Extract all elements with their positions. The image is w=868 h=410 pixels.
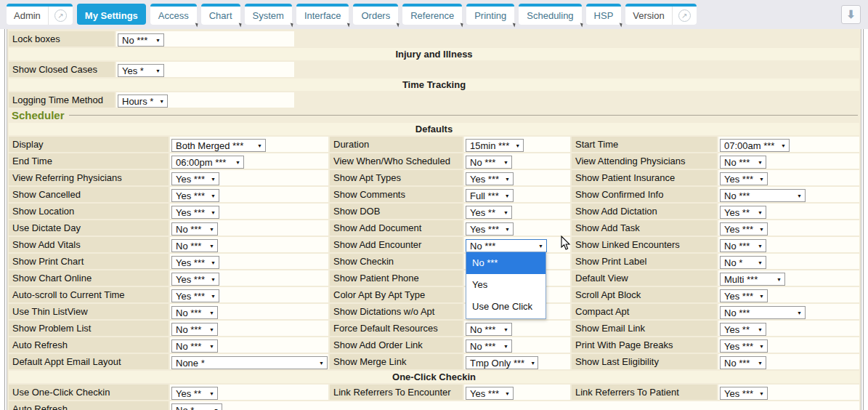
setting-label: Logging Time Method (9, 92, 115, 108)
show-apt-types-select[interactable]: Yes ***▼ (466, 172, 514, 185)
setting-row: Show Chart Online Yes ***▼ Show Patient … (9, 270, 859, 286)
show-comments-select[interactable]: Full ***▼ (466, 189, 514, 202)
select-value: 07:00am *** (724, 138, 774, 153)
show-add-document-select[interactable]: Yes ***▼ (466, 222, 514, 236)
show-email-link-select[interactable]: Yes **▼ (720, 323, 766, 336)
select-value: Yes *** (724, 172, 753, 187)
force-default-resources-select[interactable]: No ***▼ (466, 323, 512, 336)
default-appt-email-select[interactable]: None *▼ (171, 356, 328, 369)
compact-apt-select[interactable]: No ***▼ (720, 306, 806, 319)
setting-label: Show Add Order Link (330, 337, 463, 353)
setting-label: Show Add Task (572, 220, 717, 236)
tab-printing[interactable]: Printing (466, 4, 514, 25)
chevron-down-icon: ▼ (759, 172, 764, 187)
chevron-down-icon: ▼ (503, 339, 508, 354)
chevron-down-icon: ▼ (209, 305, 214, 321)
scroll-apt-block-select[interactable]: Yes ***▼ (720, 289, 768, 302)
select-value: No *** (176, 322, 201, 337)
show-linked-encounters-select[interactable]: No ***▼ (720, 239, 766, 252)
scroll-down-button[interactable]: ⬇ (841, 5, 861, 24)
tab-reference[interactable]: Reference (402, 4, 462, 25)
show-patient-insurance-select[interactable]: Yes ***▼ (720, 172, 768, 185)
tab-access[interactable]: Access (150, 4, 197, 25)
logging-time-method-select[interactable]: Hours *▼ (118, 95, 168, 108)
select-value: No * (176, 403, 194, 410)
chevron-down-icon: ▼ (781, 138, 786, 153)
end-time-select[interactable]: 06:00pm ***▼ (171, 156, 244, 169)
tab-orders[interactable]: Orders (353, 4, 398, 25)
dropdown-option-no[interactable]: No *** (466, 252, 545, 274)
chevron-down-icon: ▼ (759, 222, 764, 237)
tab-admin[interactable]: Admin ↗ (7, 4, 73, 25)
setting-row: Auto Refresh No ***▼ Show Add Order Link… (9, 337, 859, 353)
select-value: No *** (176, 222, 201, 237)
tab-version-label[interactable]: Version (625, 7, 671, 25)
view-attending-select[interactable]: No ***▼ (720, 156, 766, 169)
show-chart-online-select[interactable]: Yes ***▼ (171, 273, 219, 286)
show-add-encounter-select[interactable]: No ***▼ (466, 239, 547, 252)
setting-row: Display Both Merged ***▼ Duration 15min … (9, 137, 859, 152)
show-last-eligibility-select[interactable]: No ***▼ (720, 356, 766, 369)
dropdown-option-use-one-click[interactable]: Use One Click (466, 296, 545, 318)
setting-row: Auto-scroll to Current Time Yes ***▼ Col… (9, 287, 859, 302)
show-add-dictation-select[interactable]: Yes **▼ (720, 206, 766, 219)
show-closed-cases-select[interactable]: Yes *▼ (118, 64, 164, 77)
tab-interface[interactable]: Interface (296, 4, 349, 25)
auto-refresh-select[interactable]: No ***▼ (171, 339, 218, 353)
chevron-down-icon: ▼ (159, 94, 164, 109)
use-dictate-day-select[interactable]: No ***▼ (171, 222, 218, 236)
view-referring-select[interactable]: Yes ***▼ (171, 172, 219, 185)
select-value: Yes ** (724, 322, 750, 337)
show-merge-link-select[interactable]: Tmp Only ***▼ (466, 356, 538, 369)
setting-label: View When/Who Scheduled (330, 153, 463, 169)
setting-label: Show Dictations w/o Apt (330, 304, 463, 319)
show-location-select[interactable]: Yes ***▼ (171, 206, 219, 219)
default-view-select[interactable]: Multi ***▼ (720, 273, 785, 286)
tab-hsp[interactable]: HSP (586, 4, 622, 25)
show-add-vitals-select[interactable]: No ***▼ (171, 239, 218, 252)
link-referrers-encounter-select[interactable]: Yes ***▼ (466, 387, 514, 400)
setting-label: Show Add Dictation (572, 204, 717, 219)
start-time-select[interactable]: 07:00am ***▼ (720, 139, 790, 152)
tab-system[interactable]: System (245, 4, 292, 25)
auto-scroll-select[interactable]: Yes ***▼ (171, 289, 219, 302)
view-when-who-select[interactable]: No ***▼ (466, 156, 512, 169)
setting-label: Show Print Label (572, 254, 717, 269)
tab-chart[interactable]: Chart (201, 4, 240, 25)
auto-refresh-oneclick-select[interactable]: No *▼ (171, 403, 222, 410)
show-add-order-link-select[interactable]: No ***▼ (466, 339, 512, 353)
chevron-down-icon: ▼ (758, 238, 763, 254)
tab-admin-label[interactable]: Admin (7, 7, 48, 25)
link-referrers-patient-select[interactable]: Yes ***▼ (720, 387, 768, 400)
tab-my-settings[interactable]: My Settings (77, 4, 146, 25)
setting-label: Link Referrers To Patient (572, 385, 717, 400)
tab-scheduling[interactable]: Scheduling (519, 4, 581, 25)
show-problem-list-select[interactable]: No ***▼ (171, 323, 218, 336)
dropdown-option-yes[interactable]: Yes (466, 274, 545, 296)
duration-select[interactable]: 15min ***▼ (466, 139, 524, 152)
show-cancelled-select[interactable]: Yes ***▼ (171, 189, 219, 202)
use-thin-listview-select[interactable]: No ***▼ (171, 306, 218, 319)
select-value: No *** (470, 339, 495, 354)
chevron-down-icon: ▼ (503, 322, 508, 337)
setting-row: End Time 06:00pm ***▼ View When/Who Sche… (9, 153, 859, 169)
show-add-task-select[interactable]: Yes ***▼ (720, 222, 768, 236)
display-select[interactable]: Both Merged ***▼ (171, 139, 266, 152)
setting-label: Show Add Vitals (9, 237, 169, 252)
setting-label: Show Add Encounter (330, 237, 463, 252)
setting-row: Show Problem List No ***▼ Force Default … (9, 321, 859, 336)
setting-label: Show Print Chart (9, 254, 169, 269)
setting-label: Auto Refresh (9, 337, 169, 353)
select-value: Yes *** (176, 255, 205, 270)
print-page-breaks-select[interactable]: Yes ***▼ (720, 339, 768, 353)
chevron-down-icon: ▼ (759, 289, 764, 304)
tab-version[interactable]: Version ↗ (625, 4, 696, 25)
use-one-click-checkin-select[interactable]: Yes **▼ (171, 387, 218, 400)
lock-boxes-select[interactable]: No ***▼ (118, 33, 164, 47)
show-confirmed-info-select[interactable]: No ***▼ (720, 189, 806, 202)
setting-label: Color Apt By Apt Type (330, 287, 463, 302)
show-print-chart-select[interactable]: Yes ***▼ (171, 256, 219, 269)
show-dob-select[interactable]: Yes **▼ (466, 206, 512, 219)
setting-label: Duration (330, 137, 463, 152)
show-print-label-select[interactable]: No *▼ (720, 256, 766, 269)
